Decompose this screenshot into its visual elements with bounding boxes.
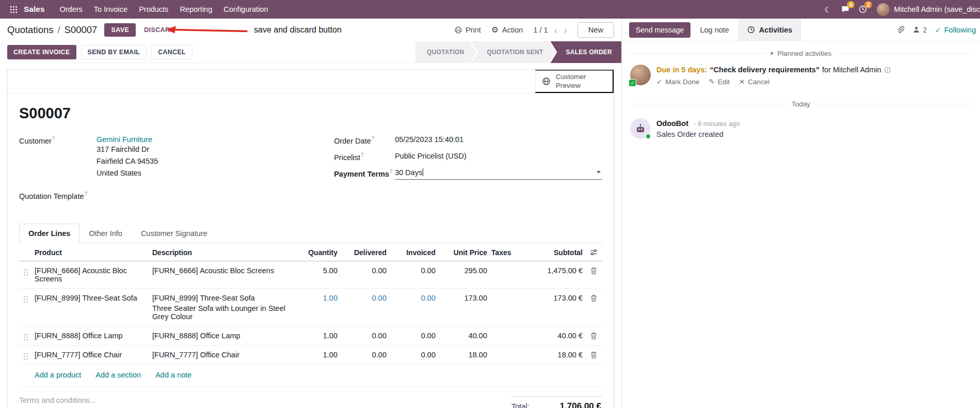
cell-product[interactable]: [FURN_6666] Acoustic Bloc Screens: [33, 261, 150, 288]
table-row[interactable]: [FURN_8999] Three-Seat Sofa [FURN_8999] …: [19, 289, 602, 326]
delete-row-button[interactable]: [585, 261, 602, 275]
attachments-button[interactable]: [896, 26, 904, 34]
activities-tab[interactable]: Activities: [738, 19, 801, 41]
payment-terms-input[interactable]: 30 Days: [395, 168, 602, 180]
header-product[interactable]: Product: [33, 243, 150, 261]
cell-invoiced[interactable]: 0.00: [389, 326, 438, 345]
cell-taxes[interactable]: [489, 261, 525, 272]
cell-description[interactable]: [FURN_8888] Office Lamp: [150, 326, 291, 345]
customer-link[interactable]: Gemini Furniture: [97, 135, 152, 144]
breadcrumb-quotations[interactable]: Quotations: [7, 24, 53, 36]
order-date-value[interactable]: 05/25/2023 15:40:01: [395, 135, 463, 145]
status-step-quotation[interactable]: QUOTATION: [415, 41, 476, 63]
send-message-button[interactable]: Send message: [629, 22, 690, 38]
delete-row-button[interactable]: [585, 289, 602, 302]
add-product-link[interactable]: Add a product: [35, 371, 81, 379]
cancel-activity-button[interactable]: ✕ Cancel: [739, 77, 769, 86]
messages-button[interactable]: 4: [837, 0, 854, 19]
header-description[interactable]: Description: [150, 243, 291, 261]
cell-quantity[interactable]: 1.00: [291, 346, 340, 364]
status-step-sales-order[interactable]: SALES ORDER: [551, 41, 621, 63]
cell-unit-price[interactable]: 295.00: [438, 261, 489, 280]
cell-invoiced[interactable]: 0.00: [389, 346, 438, 364]
header-taxes[interactable]: Taxes: [489, 243, 525, 261]
cell-delivered[interactable]: 0.00: [340, 289, 389, 307]
drag-handle-icon[interactable]: [19, 289, 33, 304]
table-row[interactable]: [FURN_8888] Office Lamp [FURN_8888] Offi…: [19, 326, 602, 346]
cell-product[interactable]: [FURN_8888] Office Lamp: [33, 326, 150, 345]
cell-description[interactable]: [FURN_8999] Three-Seat Sofa Three Seater…: [150, 289, 291, 326]
status-step-quotation-sent[interactable]: QUOTATION SENT: [472, 41, 556, 63]
cell-taxes[interactable]: [489, 326, 525, 337]
cell-unit-price[interactable]: 173.00: [438, 289, 489, 307]
pager-next-icon[interactable]: ›: [564, 25, 567, 35]
edit-activity-button[interactable]: ✎ Edit: [709, 77, 730, 86]
delete-row-button[interactable]: [585, 326, 602, 340]
save-button[interactable]: SAVE: [104, 23, 136, 37]
cell-product[interactable]: [FURN_8999] Three-Seat Sofa: [33, 289, 150, 307]
customer-preview-button[interactable]: Customer Preview: [535, 70, 614, 93]
planned-activities-header[interactable]: ▾ Planned activities: [630, 50, 972, 57]
header-delivered[interactable]: Delivered: [340, 243, 389, 261]
cell-invoiced[interactable]: 0.00: [389, 289, 438, 307]
header-unit-price[interactable]: Unit Price: [438, 243, 489, 261]
header-invoiced[interactable]: Invoiced: [389, 243, 438, 261]
cell-quantity[interactable]: 1.00: [291, 289, 340, 307]
action-button[interactable]: ⚙ Action: [491, 26, 523, 34]
cell-quantity[interactable]: 5.00: [291, 261, 340, 280]
menu-products[interactable]: Products: [133, 0, 174, 19]
add-note-link[interactable]: Add a note: [155, 371, 191, 379]
cell-quantity[interactable]: 1.00: [291, 326, 340, 345]
following-toggle[interactable]: ✓ Following: [935, 26, 976, 34]
cell-product[interactable]: [FURN_7777] Office Chair: [33, 346, 150, 364]
new-button[interactable]: New: [577, 22, 614, 38]
followers-button[interactable]: 2: [912, 26, 927, 34]
send-by-email-button[interactable]: SEND BY EMAIL: [81, 45, 147, 59]
terms-placeholder[interactable]: Terms and conditions...: [19, 396, 96, 404]
menu-to-invoice[interactable]: To Invoice: [88, 0, 133, 19]
mark-done-button[interactable]: ✓ Mark Done: [656, 77, 699, 86]
cell-unit-price[interactable]: 40.00: [438, 326, 489, 345]
drag-handle-icon[interactable]: [19, 346, 33, 360]
table-row[interactable]: [FURN_7777] Office Chair [FURN_7777] Off…: [19, 346, 602, 365]
activities-button[interactable]: 2: [854, 0, 872, 19]
column-settings-icon[interactable]: [585, 243, 602, 256]
user-menu[interactable]: Mitchell Admin (save_disc: [877, 3, 980, 16]
cancel-button[interactable]: CANCEL: [151, 45, 192, 59]
drag-handle-icon[interactable]: [19, 326, 33, 341]
apps-grid-icon[interactable]: [5, 0, 22, 19]
cell-unit-price[interactable]: 18.00: [438, 346, 489, 364]
cell-description[interactable]: [FURN_6666] Acoustic Bloc Screens: [150, 261, 291, 280]
menu-configuration[interactable]: Configuration: [218, 0, 274, 19]
menu-orders[interactable]: Orders: [54, 0, 88, 19]
cell-invoiced[interactable]: 0.00: [389, 261, 438, 280]
add-section-link[interactable]: Add a section: [95, 371, 141, 379]
app-name[interactable]: Sales: [24, 5, 45, 14]
cell-taxes[interactable]: [489, 289, 525, 299]
tab-other-info[interactable]: Other Info: [79, 224, 131, 243]
header-quantity[interactable]: Quantity: [291, 243, 340, 261]
cell-description[interactable]: [FURN_7777] Office Chair: [150, 346, 291, 364]
print-button[interactable]: Print: [455, 26, 481, 34]
menu-reporting[interactable]: Reporting: [174, 0, 218, 19]
pager-previous-icon[interactable]: ‹: [554, 25, 558, 35]
message-body: Sales Order created: [656, 130, 740, 138]
cell-taxes[interactable]: [489, 346, 525, 356]
table-row[interactable]: [FURN_6666] Acoustic Bloc Screens [FURN_…: [19, 261, 602, 289]
dropdown-caret-icon[interactable]: [597, 171, 601, 174]
cell-delivered[interactable]: 0.00: [340, 326, 389, 345]
cell-delivered[interactable]: 0.00: [340, 346, 389, 364]
drag-handle-icon[interactable]: [19, 261, 33, 276]
dark-mode-toggle[interactable]: ☾: [819, 0, 837, 19]
discard-button[interactable]: DISCARD: [140, 23, 179, 37]
delete-row-button[interactable]: [585, 346, 602, 359]
log-note-button[interactable]: Log note: [700, 26, 729, 34]
pricelist-value[interactable]: Public Pricelist (USD): [395, 152, 467, 162]
activity-info-button[interactable]: [884, 67, 891, 73]
tab-order-lines[interactable]: Order Lines: [19, 224, 79, 243]
create-invoice-button[interactable]: CREATE INVOICE: [7, 45, 76, 59]
tab-customer-signature[interactable]: Customer Signature: [132, 224, 217, 243]
header-subtotal[interactable]: Subtotal: [525, 243, 585, 261]
message-author[interactable]: OdooBot: [656, 119, 688, 128]
cell-delivered[interactable]: 0.00: [340, 261, 389, 280]
